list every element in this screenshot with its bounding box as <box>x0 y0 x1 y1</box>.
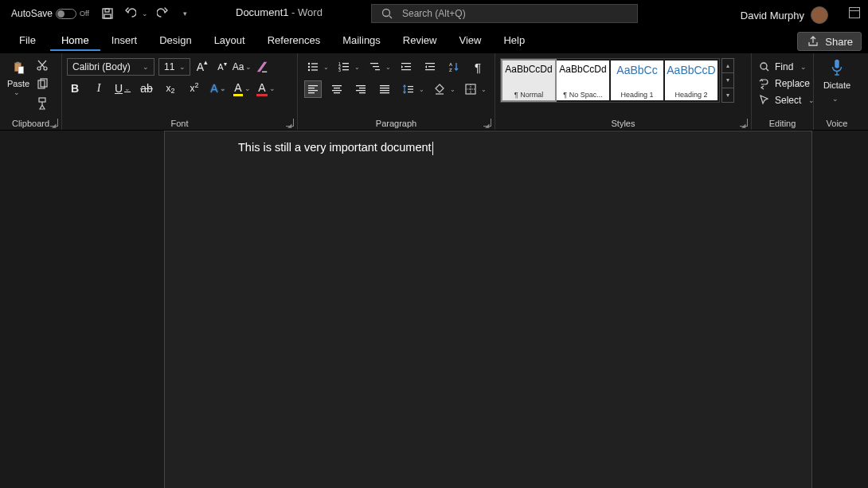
svg-rect-57 <box>835 60 839 68</box>
svg-rect-21 <box>342 63 349 64</box>
save-icon[interactable] <box>100 6 115 21</box>
group-label: Paragraph <box>298 119 495 128</box>
search-input[interactable]: Search (Alt+Q) <box>371 4 638 23</box>
find-button[interactable]: Find⌄ <box>758 59 807 75</box>
autosave-toggle[interactable]: AutoSave Off <box>0 8 96 19</box>
style-gallery-scroll[interactable]: ▴ ▾ ▾ <box>721 58 734 103</box>
style-heading-1[interactable]: AaBbCc Heading 1 <box>611 61 663 100</box>
chevron-down-icon: ⌄ <box>832 95 839 103</box>
tab-review[interactable]: Review <box>392 29 448 51</box>
search-icon <box>380 6 394 21</box>
find-icon <box>758 60 771 74</box>
style-heading-2[interactable]: AaBbCcD Heading 2 <box>665 61 717 100</box>
dialog-launcher-icon[interactable] <box>286 119 294 127</box>
qat-customize-chevron-icon[interactable]: ▾ <box>183 10 187 18</box>
document-page[interactable]: This is still a very important document <box>164 131 812 488</box>
tab-home[interactable]: Home <box>50 29 100 51</box>
format-painter-icon[interactable] <box>35 96 49 111</box>
show-marks-icon[interactable]: ¶ <box>469 58 487 76</box>
user-name: David Murphy <box>741 10 804 21</box>
paste-button[interactable]: Paste ⌄ <box>5 57 32 96</box>
highlight-icon[interactable]: A⌄ <box>234 80 250 96</box>
svg-point-13 <box>308 66 310 68</box>
sort-icon[interactable]: AZ <box>445 58 463 76</box>
document-body-text[interactable]: This is still a very important document <box>238 141 433 155</box>
svg-rect-47 <box>380 85 389 86</box>
decrease-indent-icon[interactable] <box>397 58 415 76</box>
group-label: Editing <box>752 119 813 128</box>
tab-file[interactable]: File <box>8 29 47 51</box>
font-size-dropdown[interactable]: 11⌄ <box>158 58 190 76</box>
increase-indent-icon[interactable] <box>421 58 439 76</box>
align-left-icon[interactable] <box>304 80 322 98</box>
copy-icon[interactable] <box>35 77 49 92</box>
share-button[interactable]: Share <box>797 32 862 51</box>
borders-icon[interactable] <box>462 80 479 98</box>
tab-design[interactable]: Design <box>148 29 202 51</box>
shading-icon[interactable] <box>431 80 448 98</box>
svg-text:3: 3 <box>338 68 341 72</box>
replace-button[interactable]: Replace <box>758 76 807 92</box>
group-font: Calibri (Body)⌄ 11⌄ A▴ A▾ Aa⌄ B I U⌄ ab … <box>62 53 298 130</box>
align-center-icon[interactable] <box>328 80 346 98</box>
font-name-dropdown[interactable]: Calibri (Body)⌄ <box>67 58 154 76</box>
expand-gallery-icon[interactable]: ▾ <box>722 88 733 102</box>
svg-rect-24 <box>370 63 378 64</box>
bullets-icon[interactable] <box>304 58 322 76</box>
svg-rect-46 <box>359 92 366 93</box>
svg-point-56 <box>760 63 767 69</box>
style-normal[interactable]: AaBbCcDd ¶ Normal <box>502 61 555 100</box>
select-button[interactable]: Select⌄ <box>758 92 807 108</box>
svg-point-7 <box>37 67 41 70</box>
justify-icon[interactable] <box>376 80 393 98</box>
superscript-button[interactable]: x2 <box>186 80 202 96</box>
dialog-launcher-icon[interactable] <box>483 119 491 127</box>
bold-button[interactable]: B <box>67 80 83 96</box>
ribbon-display-options-icon[interactable] <box>849 7 860 18</box>
redo-icon[interactable] <box>156 6 170 21</box>
tab-help[interactable]: Help <box>492 29 536 51</box>
dictate-button[interactable]: Dictate ⌄ <box>819 58 855 104</box>
numbering-icon[interactable]: 123 <box>335 58 353 76</box>
scroll-down-icon[interactable]: ▾ <box>722 73 733 88</box>
align-right-icon[interactable] <box>352 80 369 98</box>
underline-button[interactable]: U⌄ <box>115 80 131 96</box>
multilevel-list-icon[interactable] <box>366 58 384 76</box>
change-case-icon[interactable]: Aa⌄ <box>234 59 250 75</box>
tab-view[interactable]: View <box>448 29 492 51</box>
replace-icon <box>758 76 771 91</box>
undo-more-chevron-icon[interactable]: ⌄ <box>142 10 148 18</box>
shrink-font-icon[interactable]: A▾ <box>214 59 230 75</box>
undo-icon[interactable] <box>123 6 137 21</box>
font-color-icon[interactable]: A⌄ <box>258 80 274 96</box>
quick-access-toolbar: ⌄ ▾ <box>96 6 192 21</box>
tab-mailings[interactable]: Mailings <box>331 29 392 51</box>
dialog-launcher-icon[interactable] <box>740 119 748 127</box>
style-no-spacing[interactable]: AaBbCcDd ¶ No Spac... <box>557 61 609 100</box>
svg-rect-45 <box>356 90 366 91</box>
grow-font-icon[interactable]: A▴ <box>194 59 210 75</box>
tab-insert[interactable]: Insert <box>100 29 149 51</box>
tab-references[interactable]: References <box>256 29 331 51</box>
svg-rect-31 <box>428 66 435 67</box>
avatar-icon <box>811 6 828 24</box>
svg-point-8 <box>44 67 47 70</box>
document-area: This is still a very important document <box>0 131 868 488</box>
text-effects-icon[interactable]: A⌄ <box>210 80 226 96</box>
svg-rect-54 <box>436 93 444 95</box>
clear-format-icon[interactable] <box>254 59 270 75</box>
line-spacing-icon[interactable] <box>400 80 417 98</box>
svg-rect-27 <box>401 63 411 64</box>
subscript-button[interactable]: x2 <box>162 80 178 96</box>
dialog-launcher-icon[interactable] <box>50 119 58 127</box>
tab-layout[interactable]: Layout <box>203 29 256 51</box>
cut-icon[interactable] <box>35 58 49 72</box>
chevron-down-icon: ⌄ <box>2 88 32 96</box>
strike-button[interactable]: ab <box>139 80 154 96</box>
ribbon-tabs: File Home Insert Design Layout Reference… <box>0 27 868 53</box>
svg-rect-16 <box>311 66 318 67</box>
italic-button[interactable]: I <box>91 80 107 96</box>
svg-rect-38 <box>308 92 315 93</box>
user-account[interactable]: David Murphy <box>741 6 828 24</box>
scroll-up-icon[interactable]: ▴ <box>722 59 733 73</box>
